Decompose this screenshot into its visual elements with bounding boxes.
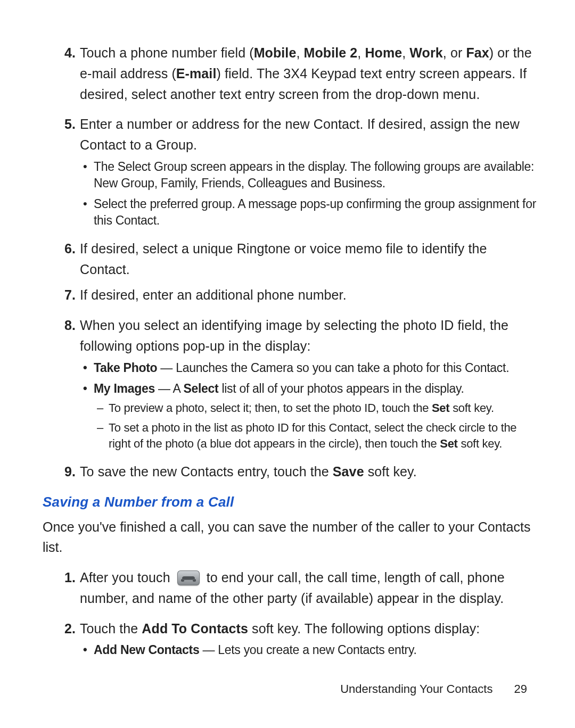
sub-list: Take Photo — Launches the Camera so you … [80,360,537,452]
text: After you touch to end your call, the ca… [80,570,505,606]
ordered-list-main: 4. Touch a phone number field (Mobile, M… [43,43,537,482]
text: When you select an identifying image by … [80,318,508,353]
ordered-list-saving: 1. After you touch to end your call, the… [43,567,537,658]
page-footer: Understanding Your Contacts 29 [340,682,527,696]
page: 4. Touch a phone number field (Mobile, M… [0,0,575,728]
sub-item-my-images: My Images — A Select list of all of your… [94,380,537,452]
step-number: 5. [54,114,76,135]
step-number: 2. [54,618,76,639]
sub-list: The Select Group screen appears in the d… [80,159,537,229]
sub-list: Add New Contacts — Lets you create a new… [80,642,537,658]
sub-item-take-photo: Take Photo — Launches the Camera so you … [94,360,537,376]
step-7: 7. If desired, enter an additional phone… [80,285,537,305]
step-6: 6. If desired, select a unique Ringtone … [80,238,537,280]
saving-step-1: 1. After you touch to end your call, the… [80,567,537,609]
step-number: 1. [54,567,76,588]
step-number: 4. [54,43,76,63]
text: If desired, select a unique Ringtone or … [80,241,487,277]
step-8: 8. When you select an identifying image … [80,315,537,452]
section-intro: Once you've finished a call, you can sav… [43,517,537,558]
sub-item: The Select Group screen appears in the d… [94,159,537,192]
dash-list: To preview a photo, select it; then, to … [94,400,537,452]
step-number: 8. [54,315,76,336]
text: If desired, enter an additional phone nu… [80,287,347,302]
dash-item: To preview a photo, select it; then, to … [109,400,537,416]
text: Touch the Add To Contacts soft key. The … [80,621,480,636]
text: To save the new Contacts entry, touch th… [80,464,417,479]
section-heading-saving-number: Saving a Number from a Call [43,494,537,510]
text: Enter a number or address for the new Co… [80,117,520,152]
saving-step-2: 2. Touch the Add To Contacts soft key. T… [80,618,537,659]
dash-item: To set a photo in the list as photo ID f… [109,420,537,451]
sub-item-add-new-contacts: Add New Contacts — Lets you create a new… [94,642,537,658]
text: Touch a phone number field (Mobile, Mobi… [80,45,532,102]
footer-section-title: Understanding Your Contacts [340,682,492,696]
sub-item: Select the preferred group. A message po… [94,196,537,229]
end-call-icon [177,570,200,585]
step-4: 4. Touch a phone number field (Mobile, M… [80,43,537,104]
step-5: 5. Enter a number or address for the new… [80,114,537,229]
page-number: 29 [514,682,527,696]
step-9: 9. To save the new Contacts entry, touch… [80,461,537,482]
step-number: 6. [54,238,76,259]
step-number: 7. [54,285,76,305]
step-number: 9. [54,461,76,482]
